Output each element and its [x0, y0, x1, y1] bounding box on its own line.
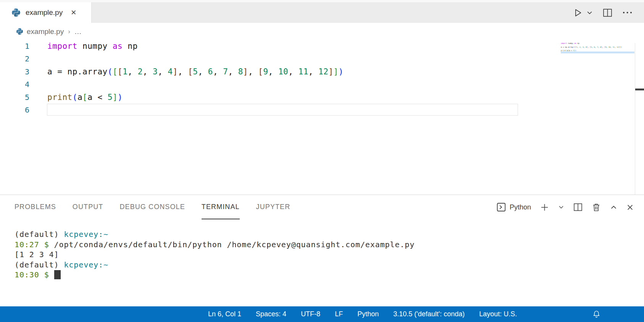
token-num: 10: [278, 67, 288, 76]
overview-ruler-scrollbar[interactable]: [635, 43, 644, 195]
code-content: import numpy as np a = np.array([[1, 2, …: [47, 40, 344, 116]
token-plain: ,: [228, 67, 238, 76]
code-line: [47, 104, 344, 116]
code-editor[interactable]: 123456 import numpy as np a = np.array([…: [0, 40, 644, 195]
minimap-current-line-highlight: [561, 52, 634, 53]
token-plain: ,: [128, 67, 137, 76]
token-b1: (: [73, 93, 77, 102]
maximize-panel-chevron-up-icon[interactable]: [610, 204, 617, 211]
token-t-plain: (default): [15, 260, 64, 269]
status-item[interactable]: Ln 6, Col 1: [208, 310, 241, 318]
token-plain: ,: [288, 67, 298, 76]
token-num: 6: [208, 67, 213, 76]
token-plain: np: [123, 42, 137, 51]
tab-bar: example.py ✕: [0, 0, 644, 23]
token-plain: a: [77, 93, 82, 102]
terminal-icon: [496, 202, 506, 212]
status-item[interactable]: Python: [357, 310, 379, 318]
token-b3: ]: [243, 67, 248, 76]
token-t-plain: (default): [15, 230, 64, 239]
split-editor-icon[interactable]: [603, 8, 612, 17]
panel-tab[interactable]: TERMINAL: [202, 195, 240, 219]
token-b3: [: [118, 67, 123, 76]
run-dropdown-chevron-icon[interactable]: [586, 10, 593, 16]
status-item[interactable]: Layout: U.S.: [479, 310, 517, 318]
panel-tab[interactable]: PROBLEMS: [15, 195, 56, 219]
token-num: 12: [318, 67, 328, 76]
breadcrumb-separator-icon: ›: [67, 28, 71, 35]
kill-terminal-trash-icon[interactable]: [592, 203, 601, 212]
token-plain: ,: [268, 67, 278, 76]
panel-tab[interactable]: OUTPUT: [73, 195, 103, 219]
line-number: 5: [0, 91, 29, 104]
run-button[interactable]: [573, 8, 583, 18]
split-terminal-icon[interactable]: [573, 203, 583, 212]
terminal-output[interactable]: (default) kcpevey:~10:27 $ /opt/conda/en…: [0, 219, 644, 280]
line-number: 6: [0, 104, 29, 116]
token-b1: ): [339, 67, 344, 76]
token-num: 2: [138, 67, 143, 76]
notifications-bell-icon[interactable]: [592, 310, 601, 319]
window-top-strip: [0, 0, 644, 2]
token-t-user: kcpevey:~: [64, 230, 108, 239]
token-b1: (: [108, 67, 113, 76]
panel-tab[interactable]: DEBUG CONSOLE: [119, 195, 185, 219]
terminal-line: 10:30 $: [15, 270, 644, 280]
token-num: 1: [123, 67, 128, 76]
tab-close-icon[interactable]: ✕: [71, 8, 76, 17]
token-plain: ,: [198, 67, 208, 76]
token-b2: [: [82, 93, 87, 102]
token-num: 3: [153, 67, 158, 76]
terminal-line: (default) kcpevey:~: [15, 260, 644, 270]
status-item[interactable]: LF: [335, 310, 343, 318]
shell-picker[interactable]: Python: [496, 202, 531, 212]
token-fn: print: [47, 93, 73, 102]
code-line: print(a[a < 5]): [47, 91, 344, 104]
panel-tab[interactable]: JUPYTER: [256, 195, 291, 219]
terminal-dropdown-chevron-icon[interactable]: [558, 204, 564, 210]
token-plain: numpy: [567, 43, 574, 44]
tab-example-py[interactable]: example.py ✕: [0, 2, 92, 23]
token-plain: ,: [248, 67, 258, 76]
status-item[interactable]: 3.10.5 ('default': conda): [393, 310, 465, 318]
token-b3: [: [188, 67, 193, 76]
code-line: [47, 78, 344, 91]
breadcrumb-file[interactable]: example.py: [27, 27, 64, 36]
token-t-plain: [1 2 3 4]: [15, 250, 59, 259]
line-number: 4: [0, 78, 29, 91]
token-plain: numpy: [77, 42, 113, 51]
token-t-plain: /opt/conda/envs/default/bin/python /home…: [49, 240, 415, 249]
tab-title: example.py: [26, 8, 63, 17]
terminal-line: [1 2 3 4]: [15, 250, 644, 260]
status-item[interactable]: Spaces: 4: [256, 310, 286, 318]
code-line: [47, 53, 344, 65]
token-b3: ]: [328, 67, 333, 76]
token-plain: np: [576, 43, 579, 44]
terminal-line: (default) kcpevey:~: [15, 229, 644, 240]
breadcrumb: example.py › …: [0, 23, 644, 40]
token-b1: ): [118, 93, 123, 102]
bottom-panel: PROBLEMSOUTPUTDEBUG CONSOLETERMINALJUPYT…: [0, 195, 644, 306]
close-panel-icon[interactable]: [626, 204, 634, 211]
token-kw: import: [47, 42, 77, 51]
panel-actions: Python: [496, 195, 634, 219]
token-b3: [: [258, 67, 263, 76]
new-terminal-icon[interactable]: [540, 203, 549, 212]
terminal-line: 10:27 $ /opt/conda/envs/default/bin/pyth…: [15, 240, 644, 250]
token-num: 11: [298, 67, 308, 76]
token-plain: ,: [213, 67, 223, 76]
more-actions-icon[interactable]: [622, 11, 633, 14]
token-kw: as: [113, 42, 123, 51]
token-b2: ]: [334, 67, 339, 76]
status-item[interactable]: UTF-8: [301, 310, 320, 318]
token-num: 4: [168, 67, 173, 76]
token-b3: ]: [173, 67, 178, 76]
line-number: 1: [0, 40, 29, 53]
token-plain: a <: [87, 93, 108, 102]
breadcrumb-symbol-more[interactable]: …: [74, 27, 82, 36]
editor-actions: [573, 2, 633, 23]
token-t-prompt: 10:27 $: [15, 240, 49, 249]
code-line: import numpy as np: [47, 40, 344, 53]
token-b1: ): [621, 46, 622, 48]
token-plain: a = np.array: [561, 46, 573, 48]
